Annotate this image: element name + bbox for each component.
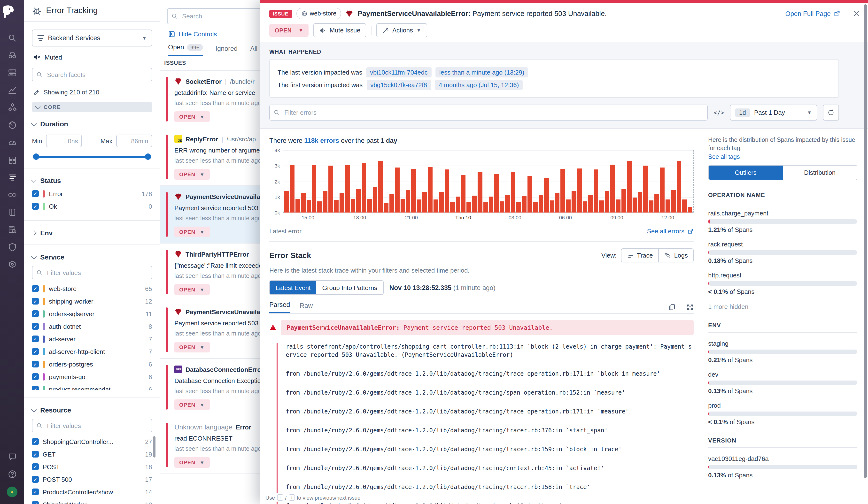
stack-frame[interactable]: from /bundle/ruby/2.6.0/gems/ddtrace-1.2… [286, 502, 694, 504]
resource-facet-row[interactable]: ✓POST18 [32, 460, 152, 473]
refresh-button[interactable] [823, 105, 839, 120]
sidenav-item-notebooks[interactable] [0, 203, 24, 221]
service-filter-input[interactable] [32, 266, 152, 279]
core-section-header[interactable]: CORE [32, 102, 152, 112]
facet-duration-header[interactable]: Duration [32, 120, 152, 128]
checkbox-checked[interactable]: ✓ [32, 348, 39, 355]
stack-frame[interactable]: from /bundle/ruby/2.6.0/gems/ddtrace-1.2… [286, 408, 694, 416]
checkbox-checked[interactable]: ✓ [32, 203, 39, 210]
checkbox-checked[interactable]: ✓ [32, 285, 39, 292]
status-facet-row[interactable]: ✓Ok0 [32, 200, 152, 212]
facet-resource-header[interactable]: Resource [32, 406, 152, 414]
slider-handle-min[interactable] [33, 154, 39, 160]
outliers-tab[interactable]: Outliers [709, 166, 783, 180]
sidenav-item-processes[interactable] [0, 99, 24, 116]
issue-card[interactable]: ThirdPartyHTTPError{"message":"Rate limi… [160, 243, 276, 301]
span-tag-item[interactable]: vac103011eg-dad76a0.13% of Spans [708, 455, 857, 479]
checkbox-checked[interactable]: ✓ [32, 298, 39, 305]
checkbox-checked[interactable]: ✓ [32, 310, 39, 317]
service-facet-row[interactable]: ✓ad-server7 [32, 333, 152, 345]
sidenav-item-security[interactable] [0, 238, 24, 256]
checkbox-checked[interactable]: ✓ [32, 489, 39, 495]
facet-status-header[interactable]: Status [32, 177, 152, 185]
sidenav-item-integrations[interactable] [0, 151, 24, 168]
checkbox-checked[interactable]: ✓ [32, 501, 39, 504]
search-facets-input[interactable] [32, 68, 152, 81]
datadog-logo-icon[interactable] [0, 4, 17, 20]
issue-card[interactable]: .NETDatabaseConnectionErrorDatabase Conn… [160, 359, 276, 416]
service-facet-row[interactable]: ✓payments-go6 [32, 370, 152, 383]
facet-env-header[interactable]: Env [32, 229, 152, 237]
service-facet-row[interactable]: ✓ad-server-http-client7 [32, 345, 152, 358]
resource-filter-field[interactable] [46, 421, 148, 430]
sidenav-item-logs[interactable] [0, 221, 24, 238]
service-facet-row[interactable]: ✓product-recommendat6 [32, 383, 152, 390]
facets-showing[interactable]: Showing 210 of 210 [33, 88, 151, 96]
status-facet-row[interactable]: ✓Error178 [32, 187, 152, 200]
errors-count-link[interactable]: 118k errors [304, 137, 339, 144]
panel-scrollbar[interactable] [864, 4, 867, 478]
service-filter-field[interactable] [46, 269, 148, 277]
sidenav-item-infrastructure[interactable] [0, 64, 24, 81]
resource-facet-row[interactable]: ✓GET19 [32, 448, 152, 460]
group-into-patterns-tab[interactable]: Group Into Patterns [317, 281, 383, 294]
span-tag-item[interactable]: staging0.21% of Spans [708, 340, 857, 364]
facet-service-header[interactable]: Service [32, 253, 152, 261]
muted-indicator[interactable]: Muted [33, 53, 151, 61]
issue-status-dropdown[interactable]: OPEN▼ [174, 457, 209, 468]
checkbox-checked[interactable]: ✓ [32, 373, 39, 380]
see-all-tags-link[interactable]: See all tags [708, 154, 857, 160]
view-trace-button[interactable]: Trace [621, 249, 658, 262]
service-facet-row[interactable]: ✓web-store65 [32, 282, 152, 295]
service-facet-row[interactable]: ✓orders-postgres6 [32, 358, 152, 370]
tab-ignored[interactable]: Ignored [215, 45, 238, 56]
open-full-page-link[interactable]: Open Full Page [785, 10, 840, 17]
tab-open[interactable]: Open 99+ [168, 44, 203, 56]
span-tag-item[interactable]: rack.request0.18% of Spans [708, 241, 857, 264]
issue-status-dropdown[interactable]: OPEN▼ [174, 399, 209, 410]
sidenav-item-metrics[interactable] [0, 81, 24, 99]
duration-max-field[interactable] [116, 135, 152, 147]
filter-errors-input[interactable] [269, 105, 708, 120]
version-chip[interactable]: vbg15ck07fk-ea72f8 [366, 80, 431, 90]
see-all-errors-link[interactable]: See all errors [647, 228, 694, 235]
sidenav-item-search[interactable] [0, 29, 24, 46]
issue-card[interactable]: SocketError|/bundle/rgetaddrinfo: Name o… [160, 71, 276, 128]
parsed-tab[interactable]: Parsed [269, 301, 290, 313]
checkbox-checked[interactable]: ✓ [32, 463, 39, 470]
issue-card[interactable]: Unknown languageErrorread ECONNRESETlast… [160, 416, 276, 474]
code-view-icon[interactable]: </> [714, 109, 724, 116]
checkbox-checked[interactable]: ✓ [32, 386, 39, 390]
span-tag-item[interactable]: prod< 0.1% of Spans [708, 402, 857, 426]
sidenav-item-error-tracking[interactable] [0, 168, 24, 186]
issue-status-dropdown[interactable]: OPEN▼ [174, 169, 209, 180]
span-tag-item[interactable]: rails.charge_payment1.21% of Spans [708, 210, 857, 233]
issues-search-field[interactable] [181, 12, 273, 20]
scrollbar-thumb[interactable] [153, 436, 155, 458]
sidenav-item-ci[interactable] [0, 186, 24, 203]
checkbox-checked[interactable]: ✓ [32, 336, 39, 342]
hide-controls-link[interactable]: Hide Controls [168, 31, 272, 38]
sidenav-item-apm[interactable] [0, 116, 24, 134]
stack-frame[interactable]: from /bundle/ruby/2.6.0/gems/ddtrace-1.2… [286, 445, 694, 454]
expand-icon[interactable] [686, 304, 694, 311]
issue-card[interactable]: PaymentServiceUnavailablePayment service… [160, 301, 276, 359]
slider-handle-max[interactable] [145, 154, 151, 160]
resource-facet-row[interactable]: ✓ShoppingCartController...27 [32, 435, 152, 448]
close-icon[interactable] [852, 10, 860, 18]
copy-icon[interactable] [669, 304, 676, 311]
span-tag-item[interactable]: dev0.13% of Spans [708, 371, 857, 395]
checkbox-checked[interactable]: ✓ [32, 438, 39, 445]
stack-frame[interactable]: from /bundle/ruby/2.6.0/gems/ddtrace-1.2… [286, 389, 694, 397]
stack-frame[interactable]: from /bundle/ruby/2.6.0/gems/ddtrace-1.2… [286, 464, 694, 473]
resource-filter-input[interactable] [32, 419, 152, 432]
sidenav-item-help[interactable] [0, 465, 24, 483]
chart-plot-area[interactable] [283, 150, 694, 212]
service-tag-pill[interactable]: web-store [296, 8, 341, 19]
duration-min-field[interactable] [46, 135, 82, 147]
checkbox-checked[interactable]: ✓ [32, 361, 39, 367]
issue-status-dropdown[interactable]: OPEN▼ [174, 342, 209, 353]
status-dropdown[interactable]: OPEN ▼ [269, 24, 309, 37]
issue-status-dropdown[interactable]: OPEN▼ [174, 111, 209, 122]
service-facet-row[interactable]: ✓shipping-worker12 [32, 295, 152, 307]
